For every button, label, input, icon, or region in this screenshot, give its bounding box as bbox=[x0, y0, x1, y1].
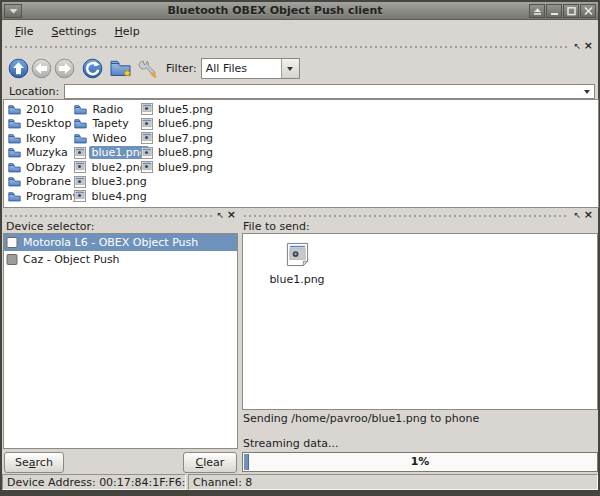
status-channel: Channel: 8 bbox=[188, 474, 598, 490]
go-forward-button[interactable] bbox=[53, 58, 75, 80]
search-button-label: Se bbox=[15, 456, 29, 469]
file-item[interactable]: Pobrane bbox=[8, 175, 66, 190]
new-folder-button[interactable] bbox=[109, 59, 133, 79]
location-combobox bbox=[64, 84, 595, 99]
send-file-name: blue1.png bbox=[269, 273, 325, 286]
menu-item[interactable]: Settings bbox=[42, 22, 105, 41]
file-name: blue7.png bbox=[156, 132, 215, 145]
clear-button[interactable]: Clear bbox=[183, 452, 237, 473]
configure-button[interactable] bbox=[138, 59, 158, 79]
send-file-item[interactable]: blue1.png bbox=[269, 242, 325, 286]
window-menu-button[interactable] bbox=[4, 4, 22, 18]
go-up-icon bbox=[8, 58, 29, 79]
minimize-button[interactable] bbox=[546, 4, 562, 18]
file-name: Wideo bbox=[90, 132, 128, 145]
file-item[interactable]: Radio bbox=[74, 102, 132, 117]
file-item[interactable]: blue8.png bbox=[141, 146, 199, 161]
file-item[interactable]: Obrazy bbox=[8, 160, 66, 175]
dock-handle[interactable] bbox=[5, 46, 569, 48]
folder-icon bbox=[8, 133, 21, 144]
image-file-icon bbox=[285, 242, 310, 267]
menu-item[interactable]: File bbox=[6, 22, 42, 41]
menu-item[interactable]: Help bbox=[106, 22, 149, 41]
location-input[interactable] bbox=[65, 85, 580, 98]
file-item[interactable]: Wideo bbox=[74, 131, 132, 146]
close-button[interactable] bbox=[580, 4, 596, 18]
location-dropdown-button[interactable] bbox=[580, 85, 594, 98]
file-name: Tapety bbox=[90, 117, 130, 130]
progress-bar: 1% bbox=[242, 452, 598, 472]
file-name: Ikony bbox=[24, 132, 57, 145]
file-name: Radio bbox=[90, 103, 125, 116]
file-name: Muzyka bbox=[24, 146, 70, 159]
filter-dropdown-button[interactable] bbox=[281, 59, 299, 78]
maximize-icon bbox=[566, 6, 577, 16]
refresh-button[interactable] bbox=[81, 58, 103, 80]
file-item[interactable]: 2010 bbox=[8, 102, 66, 117]
file-item[interactable]: blue9.png bbox=[141, 160, 199, 175]
file-name: Desktop bbox=[24, 117, 73, 130]
dock-float-icon[interactable]: ↖ bbox=[573, 40, 581, 52]
close-icon bbox=[583, 6, 594, 16]
file-grid: 2010 Desktop Ikony Muzyka Obrazy Pobrane… bbox=[4, 100, 598, 204]
toolbar: Filter: All Files bbox=[4, 53, 596, 84]
file-name: blue3.png bbox=[89, 175, 148, 188]
maximize-button[interactable] bbox=[563, 4, 579, 18]
minimize-icon bbox=[549, 6, 560, 16]
image-file-icon bbox=[141, 161, 153, 173]
folder-icon bbox=[8, 191, 21, 202]
status-device-address: Device Address: 00:17:84:1F:F6:E7 bbox=[2, 474, 186, 490]
dock-handle[interactable] bbox=[244, 215, 569, 217]
file-item[interactable]: blue4.png bbox=[74, 189, 132, 204]
dock-float-icon[interactable]: ↖ bbox=[573, 209, 581, 221]
filter-combobox[interactable]: All Files bbox=[201, 58, 300, 79]
go-back-icon bbox=[31, 58, 52, 79]
device-list[interactable]: Motorola L6 - OBEX Object Push Caz - Obj… bbox=[3, 233, 238, 449]
file-item[interactable]: Desktop bbox=[8, 117, 66, 132]
folder-icon bbox=[8, 118, 21, 129]
file-item[interactable]: blue2.png bbox=[74, 160, 132, 175]
file-to-send-box: blue1.png bbox=[242, 233, 598, 410]
file-item[interactable]: Ikony bbox=[8, 131, 66, 146]
file-item[interactable]: blue3.png bbox=[74, 175, 132, 190]
window-frame: Bluetooth OBEX Object Push client File S… bbox=[2, 2, 598, 490]
file-name: blue5.png bbox=[156, 103, 215, 116]
image-file-icon bbox=[74, 190, 86, 202]
dock-handle[interactable] bbox=[5, 215, 212, 217]
search-button[interactable]: Search bbox=[4, 452, 64, 473]
file-item[interactable]: blue5.png bbox=[141, 102, 199, 117]
clear-button-label-rest: lear bbox=[203, 456, 224, 469]
dock-close-icon[interactable]: × bbox=[584, 40, 593, 52]
image-file-icon bbox=[141, 118, 153, 130]
filter-value: All Files bbox=[202, 59, 281, 78]
dock-close-icon[interactable]: × bbox=[227, 209, 236, 221]
file-item[interactable]: blue1.png bbox=[74, 146, 132, 161]
go-up-button[interactable] bbox=[7, 58, 29, 80]
device-icon bbox=[6, 236, 19, 249]
file-item[interactable]: Tapety bbox=[74, 117, 132, 132]
window-menu-icon bbox=[8, 7, 19, 15]
shade-icon bbox=[532, 6, 543, 16]
go-back-button[interactable] bbox=[30, 58, 52, 80]
device-row[interactable]: Motorola L6 - OBEX Object Push bbox=[4, 234, 237, 251]
device-name: Motorola L6 - OBEX Object Push bbox=[23, 236, 198, 249]
app-window: Bluetooth OBEX Object Push client File S… bbox=[0, 0, 600, 496]
file-item[interactable]: blue6.png bbox=[141, 117, 199, 132]
device-row[interactable]: Caz - Object Push bbox=[4, 251, 237, 268]
file-item[interactable]: blue7.png bbox=[141, 131, 199, 146]
dock-close-icon[interactable]: × bbox=[584, 209, 593, 221]
progress-percent: 1% bbox=[243, 453, 597, 471]
file-name: 2010 bbox=[24, 103, 56, 116]
file-browser[interactable]: 2010 Desktop Ikony Muzyka Obrazy Pobrane… bbox=[3, 99, 599, 208]
device-selector-label: Device selector: bbox=[6, 220, 95, 233]
file-item[interactable]: Programy bbox=[8, 189, 66, 204]
file-item[interactable]: Muzyka bbox=[8, 146, 66, 161]
file-to-send-label: File to send: bbox=[243, 220, 310, 233]
statusbar: Device Address: 00:17:84:1F:F6:E7 Channe… bbox=[2, 474, 598, 490]
shade-button[interactable] bbox=[529, 4, 545, 18]
window-controls bbox=[528, 4, 596, 18]
image-file-icon bbox=[74, 161, 86, 173]
dock-float-icon[interactable]: ↖ bbox=[216, 209, 224, 221]
chevron-down-icon bbox=[584, 90, 590, 97]
file-name: Pobrane bbox=[24, 175, 73, 188]
